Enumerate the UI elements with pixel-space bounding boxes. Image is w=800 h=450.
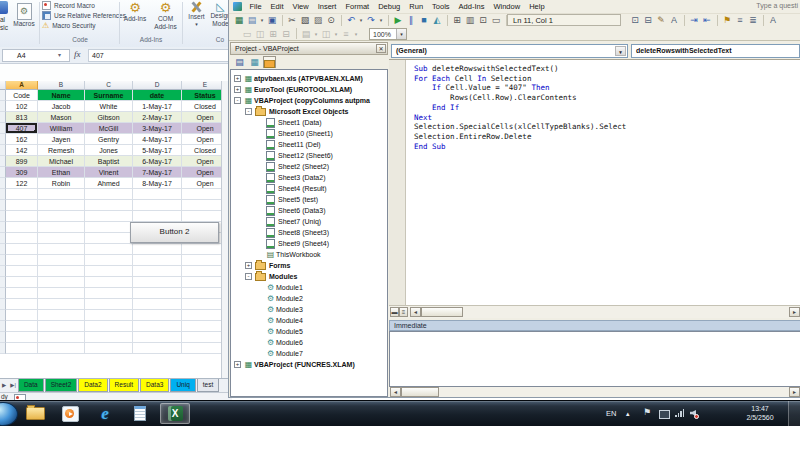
cell[interactable] <box>38 288 85 299</box>
arrange-buttons-dropdown-icon[interactable]: ▾ <box>353 31 359 37</box>
cell[interactable] <box>85 310 133 321</box>
cell[interactable] <box>133 255 182 266</box>
type-a-question-box[interactable]: Type a questi <box>756 2 798 9</box>
cell[interactable] <box>85 233 133 244</box>
menu-file[interactable]: File <box>245 0 266 13</box>
add-control-button[interactable]: ▭ <box>241 28 253 40</box>
cell[interactable] <box>85 288 133 299</box>
cell[interactable] <box>38 244 85 255</box>
cell[interactable]: Jones <box>85 145 133 156</box>
cell[interactable] <box>133 332 182 343</box>
cell[interactable] <box>85 332 133 343</box>
comment-block-button[interactable]: ≡ <box>734 14 746 26</box>
tree-item-sheet11-del-[interactable]: Sheet11 (Del) <box>231 139 387 150</box>
cell[interactable] <box>85 321 133 332</box>
cell[interactable] <box>38 343 85 354</box>
quick-info-button[interactable]: ✎ <box>655 14 667 26</box>
project-explorer-title[interactable]: Project - VBAProject <box>230 42 388 55</box>
cell[interactable]: White <box>85 101 133 112</box>
align-controls-button[interactable]: ▤ <box>300 28 312 40</box>
tree-item-vbaproject-copycolumns-autpma[interactable]: -▦VBAProject (copyColumns autpma <box>231 95 387 106</box>
uncomment-block-button[interactable]: ≣ <box>747 14 759 26</box>
cell[interactable] <box>38 200 85 211</box>
tree-item-module1[interactable]: ⚙Module1 <box>231 282 387 293</box>
cell[interactable]: 102 <box>6 101 38 112</box>
taskbar-clock[interactable]: 13:47 2/5/2560 <box>736 404 784 422</box>
com-add-ins-button[interactable]: ⚙ COM Add-Ins <box>150 0 181 30</box>
ribbon-item-record-macro[interactable]: Record Macro <box>42 1 95 10</box>
tree-item-sheet12-sheet6-[interactable]: Sheet12 (Sheet6) <box>231 150 387 161</box>
column-header-A[interactable]: A <box>6 81 38 90</box>
worksheet-form-button[interactable]: Button 2 <box>130 222 219 243</box>
cell[interactable]: 6-May-17 <box>133 156 182 167</box>
macros-button[interactable]: ⚙ Macros <box>10 0 38 34</box>
procedure-dropdown[interactable]: deleteRowswithSelectedText <box>631 44 800 58</box>
cell[interactable] <box>85 189 133 200</box>
menu-format[interactable]: Format <box>341 0 374 13</box>
cell[interactable]: Baptist <box>85 156 133 167</box>
column-header-B[interactable]: B <box>38 81 85 90</box>
taskbar-button-explorer[interactable] <box>20 403 50 424</box>
edit-control-button[interactable]: ◫ <box>254 28 266 40</box>
cell[interactable]: Ahmed <box>85 178 133 189</box>
cell[interactable] <box>6 200 38 211</box>
insert-control-button[interactable]: Insert ▾ <box>185 0 208 28</box>
cell[interactable]: Ethan <box>38 167 85 178</box>
cell[interactable] <box>85 211 133 222</box>
paste-button[interactable]: ▨ <box>312 14 324 26</box>
taskbar-button-notepad[interactable] <box>125 403 155 424</box>
procedure-view-button[interactable]: ▬ <box>390 307 399 317</box>
reset-button[interactable]: ■ <box>418 14 430 26</box>
menu-insert[interactable]: Insert <box>313 0 341 13</box>
group-controls-button[interactable]: ⊞ <box>267 28 279 40</box>
cell[interactable] <box>133 277 182 288</box>
tab-nav-button[interactable]: ▶| <box>8 379 18 392</box>
cell[interactable]: Code <box>6 90 38 101</box>
center-controls-button[interactable]: ◫ <box>320 28 332 40</box>
ribbon-item-use-relative-references[interactable]: Use Relative References <box>42 11 126 20</box>
cell[interactable] <box>38 266 85 277</box>
expand-toggle[interactable]: + <box>234 361 241 368</box>
undo-button[interactable]: ↶ <box>345 14 357 26</box>
cell[interactable] <box>38 222 85 233</box>
cell[interactable]: 1-May-17 <box>133 101 182 112</box>
cell[interactable] <box>6 222 38 233</box>
menu-debug[interactable]: Debug <box>374 0 405 13</box>
cell[interactable]: 5-May-17 <box>133 145 182 156</box>
insert-userform-dropdown-icon[interactable]: ▾ <box>259 17 265 23</box>
cell[interactable] <box>38 211 85 222</box>
hscroll-left-arrow[interactable]: ◄ <box>410 307 421 317</box>
cell[interactable] <box>85 200 133 211</box>
immediate-window-title[interactable]: Immediate <box>389 320 800 331</box>
cell[interactable] <box>38 255 85 266</box>
cell[interactable]: Jacob <box>38 101 85 112</box>
cell[interactable] <box>6 233 38 244</box>
sheet-tab-result[interactable]: Result <box>109 379 139 392</box>
tree-item-microsoft-excel-objects[interactable]: -Microsoft Excel Objects <box>231 106 387 117</box>
cell[interactable]: Gibson <box>85 112 133 123</box>
outdent-button[interactable]: ⇤ <box>701 14 713 26</box>
tree-item-sheet6-data3-[interactable]: Sheet6 (Data3) <box>231 205 387 216</box>
cell[interactable]: Mason <box>38 112 85 123</box>
cell[interactable] <box>6 332 38 343</box>
sheet-tab-uniq[interactable]: Uniq <box>170 379 195 392</box>
view-code-button[interactable]: ▤ <box>233 56 246 68</box>
tree-item-atpvbaen-xls-atpvbaen-xlam-[interactable]: +▦atpvbaen.xls (ATPVBAEN.XLAM) <box>231 73 387 84</box>
toggle-folders-button[interactable] <box>263 56 276 68</box>
tree-item-sheet1-data-[interactable]: Sheet1 (Data) <box>231 117 387 128</box>
hscroll-right-arrow[interactable]: ► <box>789 307 800 317</box>
tree-item-vbaproject-funcres-xlam-[interactable]: +▦VBAProject (FUNCRES.XLAM) <box>231 359 387 370</box>
cell[interactable] <box>85 343 133 354</box>
tree-item-modules[interactable]: -Modules <box>231 271 387 282</box>
view-excel-button[interactable]: ▦ <box>233 14 245 26</box>
cell[interactable] <box>85 255 133 266</box>
cell[interactable] <box>38 321 85 332</box>
zoom-dropdown-icon[interactable]: ▾ <box>396 29 406 39</box>
insert-function-button[interactable]: fx <box>74 49 81 59</box>
cell[interactable] <box>6 310 38 321</box>
hscroll-thumb[interactable] <box>421 307 463 317</box>
tree-item-module6[interactable]: ⚙Module6 <box>231 337 387 348</box>
column-header-D[interactable]: D <box>133 81 182 90</box>
tree-item-sheet7-uniq-[interactable]: Sheet7 (Uniq) <box>231 216 387 227</box>
sheet-tab-data2[interactable]: Data2 <box>78 379 107 392</box>
